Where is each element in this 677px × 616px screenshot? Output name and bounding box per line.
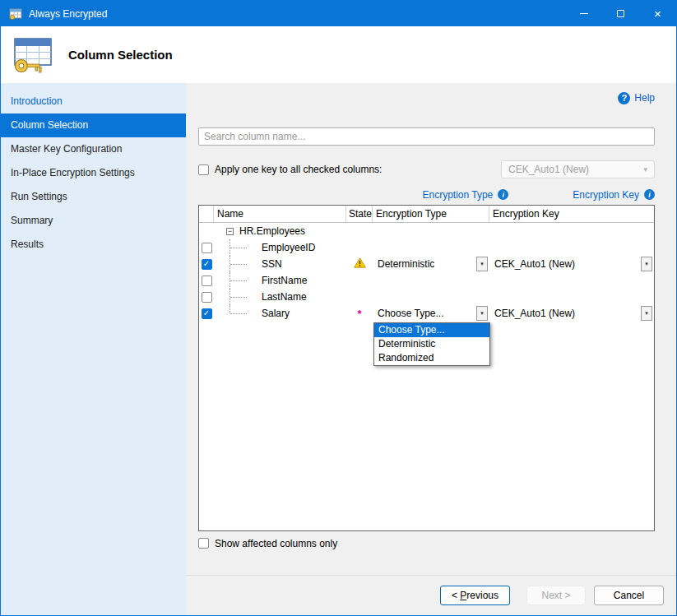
sidebar-item-master-key-configuration[interactable]: Master Key Configuration xyxy=(1,137,186,161)
row-checkbox[interactable] xyxy=(202,243,212,253)
wizard-steps-sidebar: Introduction Column Selection Master Key… xyxy=(1,83,186,615)
encryption-type-link[interactable]: Encryption Type xyxy=(422,189,493,201)
encryption-type-value: Choose Type... xyxy=(373,308,444,319)
show-affected-checkbox[interactable] xyxy=(198,538,209,549)
encryption-key-value: CEK_Auto1 (New) xyxy=(489,308,575,319)
grid-header-row: Name State Encryption Type Encryption Ke… xyxy=(199,206,654,223)
next-button: Next > xyxy=(526,586,586,605)
row-checkbox[interactable] xyxy=(202,292,212,303)
sidebar-item-run-settings[interactable]: Run Settings xyxy=(1,185,186,209)
show-affected-label: Show affected columns only xyxy=(215,538,337,549)
dropdown-option-choose-type[interactable]: Choose Type... xyxy=(374,323,489,337)
grid-header-state: State xyxy=(346,206,373,222)
tree-connector xyxy=(214,256,250,272)
table-row-employeeid: EmployeeID xyxy=(199,239,654,256)
app-icon xyxy=(9,8,22,20)
cek-key-value: CEK_Auto1 (New) xyxy=(508,164,589,175)
columns-grid: Name State Encryption Type Encryption Ke… xyxy=(198,205,655,531)
tree-connector xyxy=(214,239,250,256)
sidebar-item-summary[interactable]: Summary xyxy=(1,209,186,233)
table-key-icon xyxy=(11,36,53,74)
dropdown-option-randomized[interactable]: Randomized xyxy=(374,351,489,365)
encryption-type-info-icon[interactable]: i xyxy=(498,189,508,200)
column-selection-panel: ? Help Apply one key to all checked colu… xyxy=(186,83,676,575)
encryption-type-value: Deterministic xyxy=(373,258,434,270)
table-row-salary: Salary * Choose Type... ▾ CEK_Auto1 (New… xyxy=(199,305,654,322)
titlebar: Always Encrypted × xyxy=(1,1,676,26)
table-row-ssn: SSN Deterministic xyxy=(199,256,654,272)
tree-connector xyxy=(214,272,250,289)
tree-connector xyxy=(214,305,250,322)
tree-connector xyxy=(214,289,250,305)
wizard-footer: < Previous Next > Cancel xyxy=(186,575,676,615)
page-title: Column Selection xyxy=(68,48,173,62)
grid-header-encryption-key: Encryption Key xyxy=(489,206,654,222)
sidebar-item-results[interactable]: Results xyxy=(1,233,186,257)
row-checkbox[interactable] xyxy=(202,308,212,319)
search-column-input[interactable] xyxy=(198,127,655,146)
table-row-group: − HR.Employees xyxy=(199,223,654,239)
row-checkbox[interactable] xyxy=(202,259,212,270)
apply-one-key-label: Apply one key to all checked columns: xyxy=(215,164,382,175)
minimize-icon xyxy=(580,13,588,14)
minimize-button[interactable] xyxy=(565,1,602,26)
sidebar-item-in-place-encryption-settings[interactable]: In-Place Encryption Settings xyxy=(1,161,186,185)
required-marker: * xyxy=(357,308,361,320)
close-icon: × xyxy=(654,7,661,20)
encryption-key-link[interactable]: Encryption Key xyxy=(573,189,639,201)
column-name: Salary xyxy=(262,308,290,319)
encryption-type-dropdown-list: Choose Type... Deterministic Randomized xyxy=(373,322,490,366)
window-controls: × xyxy=(565,1,676,26)
help-link[interactable]: Help xyxy=(634,92,655,104)
cancel-button[interactable]: Cancel xyxy=(594,586,664,605)
table-row-lastname: LastName xyxy=(199,289,654,305)
dropdown-option-deterministic[interactable]: Deterministic xyxy=(374,337,489,351)
column-name: LastName xyxy=(262,291,307,303)
grid-header-name: Name xyxy=(214,206,346,222)
cek-key-dropdown: CEK_Auto1 (New) ▾ xyxy=(501,160,655,178)
collapse-expander-icon[interactable]: − xyxy=(226,228,234,235)
previous-label-rest: revious xyxy=(466,590,498,601)
warning-icon xyxy=(354,257,366,271)
previous-label-prefix: < xyxy=(452,590,460,601)
encryption-key-info-icon[interactable]: i xyxy=(644,189,655,200)
column-name: SSN xyxy=(262,258,282,270)
wizard-header: Column Selection xyxy=(1,26,676,83)
encryption-type-dropdown-button[interactable]: ▾ xyxy=(476,257,488,271)
previous-button[interactable]: < Previous xyxy=(440,586,510,605)
encryption-key-dropdown-button[interactable]: ▾ xyxy=(641,306,652,321)
apply-one-key-checkbox[interactable] xyxy=(198,164,209,175)
maximize-icon xyxy=(617,10,624,17)
column-name: FirstName xyxy=(262,275,307,286)
sidebar-item-column-selection[interactable]: Column Selection xyxy=(1,113,186,137)
chevron-down-icon: ▾ xyxy=(643,165,647,174)
encryption-key-dropdown-button[interactable]: ▾ xyxy=(641,257,652,271)
encryption-key-value: CEK_Auto1 (New) xyxy=(489,258,575,270)
row-checkbox[interactable] xyxy=(202,276,212,286)
maximize-button[interactable] xyxy=(602,1,639,26)
table-row-firstname: FirstName xyxy=(199,272,654,289)
sidebar-item-introduction[interactable]: Introduction xyxy=(1,90,186,113)
window-title: Always Encrypted xyxy=(29,8,107,20)
close-button[interactable]: × xyxy=(639,1,676,26)
encryption-type-dropdown-button[interactable]: ▾ xyxy=(476,306,488,321)
table-group-name: HR.Employees xyxy=(239,225,305,237)
help-icon: ? xyxy=(618,92,630,104)
always-encrypted-wizard-window: Always Encrypted × Column Selecti xyxy=(0,0,677,616)
grid-header-encryption-type: Encryption Type xyxy=(373,206,489,222)
column-name: EmployeeID xyxy=(262,242,315,253)
